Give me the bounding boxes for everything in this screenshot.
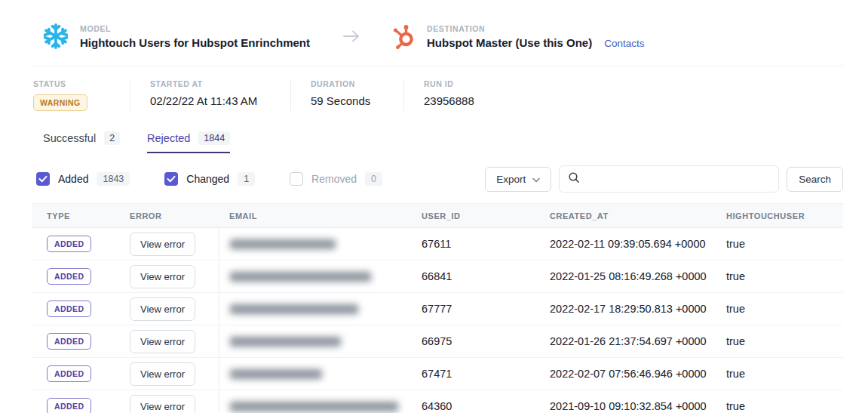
- tab-successful[interactable]: Successful2: [43, 131, 120, 153]
- type-badge: ADDED: [47, 268, 91, 285]
- started-at-value: 02/22/22 At 11:43 AM: [150, 94, 290, 107]
- tab-rejected[interactable]: Rejected1844: [147, 131, 230, 153]
- column-header-type: TYPE: [32, 204, 130, 227]
- email-cell: [219, 293, 422, 325]
- filter-count-badge: 0: [365, 172, 382, 186]
- view-error-button[interactable]: View error: [130, 233, 195, 256]
- type-badge: ADDED: [47, 365, 91, 382]
- type-cell: ADDED: [32, 260, 130, 292]
- table-header-row: TYPEERROREMAILUSER_IDCREATED_ATHIGHTOUCH…: [32, 203, 843, 228]
- error-cell: View error: [130, 293, 219, 325]
- duration-block: DURATION 59 Seconds: [290, 79, 403, 111]
- started-at-label: STARTED AT: [150, 79, 290, 88]
- table-row: ADDEDView error674712022-02-07 07:56:46.…: [32, 358, 843, 390]
- view-error-button[interactable]: View error: [130, 265, 195, 288]
- model-name: Hightouch Users for Hubspot Enrinchment: [80, 36, 310, 49]
- user-id-cell: 67777: [422, 293, 550, 325]
- error-cell: View error: [130, 228, 219, 260]
- tabs: Successful2Rejected1844: [32, 116, 843, 153]
- search-input[interactable]: [587, 173, 770, 186]
- user-id-cell: 67611: [422, 228, 550, 260]
- created-at-cell: 2022-01-25 08:16:49.268 +0000: [550, 260, 726, 292]
- run-id-value: 23956888: [424, 94, 474, 107]
- destination-meta: DESTINATION Hubspot Master (Use this One…: [427, 24, 644, 49]
- search-button[interactable]: Search: [787, 167, 843, 192]
- created-at-cell: 2022-01-26 21:37:54.697 +0000: [550, 325, 726, 357]
- view-error-button[interactable]: View error: [130, 362, 195, 386]
- filter-count-badge: 1: [238, 172, 255, 186]
- run-details-page: MODEL Hightouch Users for Hubspot Enrinc…: [0, 0, 868, 413]
- filter-label: Added: [58, 173, 88, 185]
- type-cell: ADDED: [32, 293, 130, 325]
- created-at-cell: 2021-09-10 09:10:32.854 +0000: [550, 390, 726, 413]
- type-badge: ADDED: [47, 236, 91, 252]
- filter-count-badge: 1843: [97, 172, 130, 186]
- type-cell: ADDED: [32, 228, 130, 260]
- checkbox-checked-icon[interactable]: [36, 172, 50, 186]
- email-cell: [219, 358, 422, 390]
- checkbox-unchecked-icon[interactable]: [290, 172, 303, 186]
- toolbar-right: Export Search: [485, 165, 843, 193]
- duration-label: DURATION: [311, 79, 403, 88]
- table-row: ADDEDView error677772022-02-17 18:29:50.…: [32, 293, 843, 325]
- run-id-label: RUN ID: [424, 79, 474, 88]
- contacts-link[interactable]: Contacts: [604, 38, 644, 49]
- chevron-down-icon: [532, 174, 540, 185]
- export-label: Export: [496, 174, 526, 185]
- type-badge: ADDED: [47, 333, 91, 350]
- view-error-button[interactable]: View error: [130, 330, 195, 353]
- filter-removed[interactable]: Removed0: [290, 172, 382, 186]
- error-cell: View error: [130, 325, 219, 357]
- redacted-email: [230, 402, 398, 411]
- redacted-email: [230, 272, 371, 282]
- status-badge: WARNING: [33, 94, 87, 111]
- view-error-button[interactable]: View error: [130, 297, 195, 321]
- filters: Added1843Changed1Removed0: [36, 172, 417, 186]
- arrow-right-icon: [342, 29, 361, 47]
- email-cell: [219, 260, 422, 292]
- view-error-button[interactable]: View error: [130, 395, 195, 413]
- user-id-cell: 66975: [422, 325, 550, 357]
- redacted-email: [230, 337, 341, 347]
- filter-added[interactable]: Added1843: [36, 172, 130, 186]
- model-meta: MODEL Hightouch Users for Hubspot Enrinc…: [80, 24, 310, 49]
- table-row: ADDEDView error643602021-09-10 09:10:32.…: [32, 390, 843, 413]
- destination-entity: DESTINATION Hubspot Master (Use this One…: [388, 22, 644, 51]
- redacted-email: [230, 304, 358, 314]
- model-label: MODEL: [80, 24, 310, 33]
- search-box[interactable]: [559, 165, 779, 193]
- tab-count-badge: 1844: [198, 131, 230, 145]
- type-badge: ADDED: [47, 398, 91, 413]
- error-cell: View error: [130, 260, 219, 292]
- tab-label: Successful: [43, 132, 96, 144]
- filter-label: Changed: [186, 173, 229, 185]
- table-row: ADDEDView error676112022-02-11 09:39:05.…: [32, 228, 843, 260]
- hightouchuser-cell: true: [726, 260, 843, 292]
- run-info: STATUS WARNING STARTED AT 02/22/22 At 11…: [32, 66, 843, 116]
- hightouchuser-cell: true: [726, 228, 843, 260]
- search-icon: [568, 171, 580, 186]
- checkbox-checked-icon[interactable]: [164, 172, 178, 186]
- column-header-error: ERROR: [130, 204, 219, 227]
- filter-label: Removed: [311, 173, 357, 185]
- column-header-user_id: USER_ID: [422, 204, 550, 227]
- column-header-created_at: CREATED_AT: [550, 204, 726, 227]
- export-button[interactable]: Export: [485, 167, 551, 192]
- user-id-cell: 64360: [422, 390, 550, 413]
- type-cell: ADDED: [32, 390, 130, 413]
- created-at-cell: 2022-02-07 07:56:46.946 +0000: [550, 358, 726, 390]
- column-header-hightouchuser: HIGHTOUCHUSER: [726, 204, 843, 227]
- error-cell: View error: [130, 390, 219, 413]
- filter-changed[interactable]: Changed1: [164, 172, 255, 186]
- user-id-cell: 67471: [422, 358, 550, 390]
- tab-count-badge: 2: [104, 131, 120, 145]
- redacted-email: [230, 369, 322, 379]
- redacted-email: [230, 239, 336, 249]
- type-cell: ADDED: [32, 358, 130, 390]
- run-id-block: RUN ID 23956888: [403, 79, 474, 111]
- started-at-block: STARTED AT 02/22/22 At 11:43 AM: [130, 79, 290, 111]
- table-body: ADDEDView error676112022-02-11 09:39:05.…: [32, 228, 843, 413]
- user-id-cell: 66841: [422, 260, 550, 292]
- duration-value: 59 Seconds: [311, 94, 403, 107]
- hubspot-icon: [388, 22, 417, 51]
